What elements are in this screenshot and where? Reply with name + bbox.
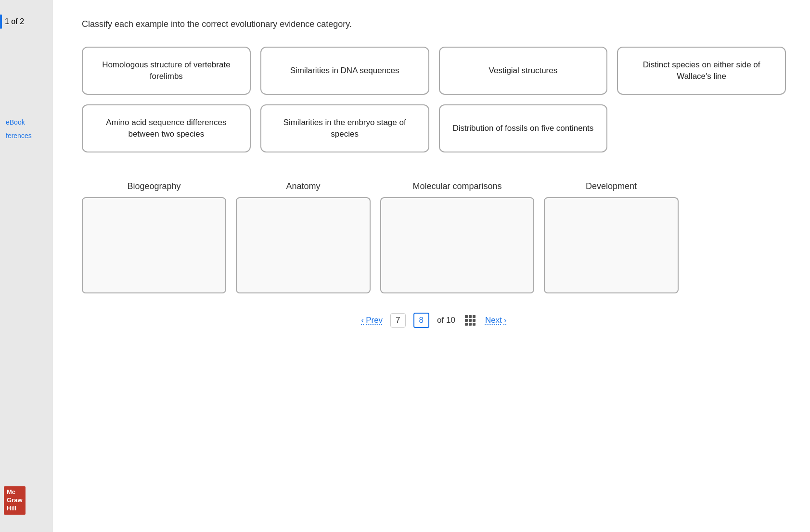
card-embryo-stage[interactable]: Similarities in the embryo stage of spec… xyxy=(260,104,429,152)
drop-zone-development[interactable] xyxy=(544,197,679,293)
current-page[interactable]: 7 xyxy=(390,313,405,328)
logo-line1: Mc xyxy=(7,488,23,496)
logo-line2: Graw xyxy=(7,496,23,505)
blue-accent-bar xyxy=(0,14,2,29)
label-biogeography: Biogeography xyxy=(82,181,226,191)
drop-zones-labels: Biogeography Anatomy Molecular compariso… xyxy=(82,181,786,191)
card-dna-sequences[interactable]: Similarities in DNA sequences xyxy=(260,47,429,95)
sidebar: 1 of 2 eBook ferences Mc Graw Hill xyxy=(0,0,53,532)
drop-zone-anatomy[interactable] xyxy=(236,197,371,293)
prev-label: Prev xyxy=(366,316,383,325)
page-indicator: 1 of 2 xyxy=(0,14,24,29)
label-anatomy: Anatomy xyxy=(236,181,371,191)
bottom-nav: ‹ Prev 7 8 of 10 Next › xyxy=(82,313,786,328)
drop-zone-molecular[interactable] xyxy=(380,197,534,293)
grid-icon[interactable] xyxy=(463,315,477,326)
card-amino-acid[interactable]: Amino acid sequence differences between … xyxy=(82,104,251,152)
logo-line3: Hill xyxy=(7,505,23,513)
next-label: Next xyxy=(485,316,502,325)
card-fossils[interactable]: Distribution of fossils on five continen… xyxy=(439,104,608,152)
card-homologous-structure[interactable]: Homologous structure of vertebrate forel… xyxy=(82,47,251,95)
drop-zones-row xyxy=(82,197,786,293)
next-icon: › xyxy=(504,316,507,325)
publisher-logo: Mc Graw Hill xyxy=(0,479,29,522)
next-button[interactable]: Next › xyxy=(485,316,507,325)
next-page[interactable]: 8 xyxy=(413,313,429,328)
instruction-text: Classify each example into the correct e… xyxy=(82,19,786,29)
main-content: Classify each example into the correct e… xyxy=(53,0,810,532)
prev-button[interactable]: ‹ Prev xyxy=(361,316,383,325)
sidebar-references[interactable]: ferences xyxy=(0,129,38,142)
drop-zone-biogeography[interactable] xyxy=(82,197,226,293)
sidebar-top: 1 of 2 eBook ferences xyxy=(0,10,38,142)
card-vestigial-structures[interactable]: Vestigial structures xyxy=(439,47,608,95)
label-development: Development xyxy=(544,181,679,191)
label-molecular: Molecular comparisons xyxy=(380,181,534,191)
card-wallace-line[interactable]: Distinct species on either side of Walla… xyxy=(617,47,786,95)
drop-zones-section: Biogeography Anatomy Molecular compariso… xyxy=(82,181,786,293)
prev-icon: ‹ xyxy=(361,316,364,325)
cards-grid: Homologous structure of vertebrate forel… xyxy=(82,47,786,152)
of-total-label: of 10 xyxy=(437,316,455,325)
page-label: 1 of 2 xyxy=(5,17,24,26)
sidebar-ebook[interactable]: eBook xyxy=(0,115,31,129)
